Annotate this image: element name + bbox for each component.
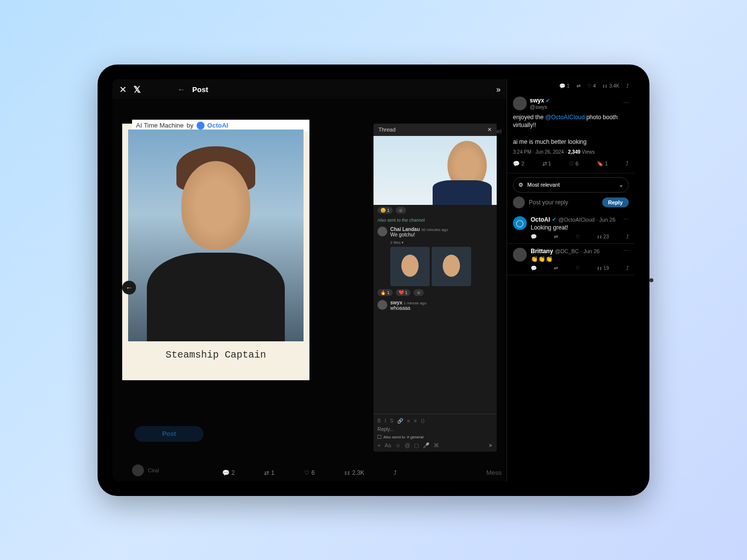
avatar	[132, 464, 144, 476]
file-thumb[interactable]	[432, 247, 471, 286]
also-send-checkbox[interactable]: Also send to # general	[377, 434, 493, 440]
ai-photo	[128, 130, 304, 341]
collapse-panel-icon[interactable]: »	[496, 85, 501, 94]
reply-action[interactable]: 💬2	[222, 469, 235, 476]
reply-input[interactable]: Reply...	[377, 425, 493, 434]
tweet-text: enjoyed the @OctoAICloud photo booth vir…	[513, 113, 629, 146]
close-icon[interactable]: ✕	[487, 127, 492, 133]
x-logo-icon[interactable]: 𝕏	[134, 84, 141, 95]
views-stat[interactable]: ⫾⫾ 3.4K	[603, 83, 619, 89]
avatar[interactable]	[377, 227, 387, 236]
reply-stat[interactable]: 💬 1	[559, 83, 570, 89]
close-icon[interactable]: ✕	[119, 84, 127, 95]
add-reaction-icon[interactable]: ☺	[413, 289, 424, 296]
thread-header: Thread ✕	[374, 124, 497, 136]
settings-icon: ⚙	[518, 182, 523, 188]
page-title: Post	[192, 85, 208, 94]
reply-icon[interactable]: 💬	[531, 234, 537, 239]
media-viewer: ← AI Time Machine by OctoAI Steamship Ca…	[122, 124, 497, 452]
more-icon[interactable]: ⋯	[623, 248, 629, 254]
file-thumb[interactable]	[390, 247, 430, 286]
format-icon[interactable]: Aa	[384, 442, 391, 449]
checkbox-icon[interactable]	[377, 435, 381, 439]
avatar[interactable]: ◯	[513, 216, 527, 230]
reply-input[interactable]: Post your reply	[529, 199, 598, 206]
heart-icon[interactable]: ♡	[576, 265, 580, 271]
message: Chai Landau 30 minutes ago We gotchu!	[374, 225, 497, 239]
prev-image-button[interactable]: ←	[122, 281, 136, 295]
strike-icon[interactable]: S	[390, 418, 393, 424]
retweet-stat[interactable]: ⇄	[577, 83, 580, 89]
avatar[interactable]	[513, 248, 527, 262]
reply-button[interactable]: Reply	[602, 198, 629, 207]
avatar[interactable]	[513, 97, 527, 110]
plus-icon[interactable]: +	[377, 442, 380, 449]
avatar[interactable]	[377, 300, 387, 310]
reactions-row: 🔥 1 ❤️ 1 ☺	[374, 287, 497, 298]
share-icon: ⤴	[394, 469, 397, 476]
bold-icon[interactable]: B	[377, 418, 381, 424]
add-reaction-icon[interactable]: ☺	[396, 207, 406, 214]
like-stat[interactable]: ♡ 4	[587, 83, 596, 89]
emoji-icon[interactable]: ☺	[395, 442, 401, 449]
reply-action[interactable]: 💬 2	[513, 161, 524, 167]
bookmark-action[interactable]: 🔖 1	[597, 161, 608, 167]
share-icon[interactable]: ⤴	[626, 234, 629, 239]
back-arrow-icon[interactable]: ←	[177, 85, 185, 94]
reaction[interactable]: 🔥 1	[377, 289, 393, 296]
more-icon[interactable]: ⋯	[623, 100, 629, 106]
retweet-icon[interactable]: ⇄	[554, 234, 558, 239]
send-icon[interactable]: ➤	[488, 442, 493, 449]
reactions-row: 😊 1 ☺	[374, 205, 497, 216]
more-icon[interactable]: ⋯	[623, 216, 629, 223]
retweet-action[interactable]: ⇄1	[264, 469, 274, 476]
reply-composer: B I S 🔗 ≡ ≡ ⟨⟩ Reply... Also send to # g…	[374, 414, 497, 452]
share-icon[interactable]: ⤴	[626, 161, 629, 167]
share-icon[interactable]: ⤴	[626, 83, 629, 89]
views-action[interactable]: ⫾⫾2.3K	[344, 469, 365, 476]
top-bar: ✕ 𝕏 ← Post	[112, 79, 507, 100]
code-icon[interactable]: ⟨⟩	[421, 418, 425, 424]
reply-item[interactable]: ◯ OctoAI ✔ @OctoAICloud · Jun 26 ⋯ Looki…	[507, 212, 635, 244]
reply-icon[interactable]: 💬	[531, 265, 537, 271]
reply-item[interactable]: Brittany @DC_BC · Jun 26 ⋯ 👏👏👏 💬 ⇄ ♡ ⫾⫾ …	[507, 244, 635, 275]
tweet-author[interactable]: swyx ✔ @swyx ⋯	[513, 97, 629, 110]
retweet-action[interactable]: ⇄ 1	[543, 161, 551, 167]
thread-image[interactable]	[374, 136, 497, 205]
message: swyx 1 minute ago whoaaaa	[374, 298, 497, 313]
sort-dropdown[interactable]: ⚙ Most relevant ⌄	[513, 177, 629, 193]
photo-caption: Steamship Captain	[128, 349, 304, 361]
tweet-actions: 💬2 ⇄1 ♡6 ⫾⫾2.3K ⤴	[222, 469, 397, 476]
heart-icon[interactable]: ♡	[576, 234, 580, 239]
link-icon[interactable]: 🔗	[397, 418, 403, 424]
share-icon[interactable]: ⤴	[626, 265, 629, 271]
list-icon[interactable]: ≡	[407, 418, 410, 424]
views-stat[interactable]: ⫾⫾ 19	[597, 265, 609, 271]
video-icon[interactable]: ▢	[414, 442, 419, 449]
verified-icon: ✔	[545, 98, 550, 103]
reply-icon: 💬	[222, 469, 230, 476]
mic-icon[interactable]: 🎤	[423, 442, 430, 449]
channel-note: Also sent to the channel	[374, 216, 497, 225]
polaroid-card[interactable]: AI Time Machine by OctoAI Steamship Capt…	[122, 124, 309, 380]
mention-icon[interactable]: @	[405, 442, 410, 449]
italic-icon[interactable]: I	[385, 418, 386, 424]
formatting-toolbar: B I S 🔗 ≡ ≡ ⟨⟩	[377, 417, 493, 425]
like-action[interactable]: ♡ 6	[569, 161, 578, 167]
like-action[interactable]: ♡6	[304, 469, 315, 476]
files-count[interactable]: 2 files ▾	[374, 239, 497, 246]
dimmed-messages: Mess	[486, 469, 502, 476]
dimmed-user: Ciral	[132, 464, 159, 476]
mention-link[interactable]: @OctoAICloud	[545, 114, 584, 121]
reaction[interactable]: 😊 1	[377, 207, 393, 214]
views-stat[interactable]: ⫾⫾ 23	[597, 234, 609, 239]
tablet-frame: ✕ 𝕏 ← Post ⌂ Home Brittany @DC_BC · Jun …	[98, 65, 649, 496]
shortcut-icon[interactable]: ⌘	[434, 442, 439, 449]
share-action[interactable]: ⤴	[394, 469, 397, 476]
left-panel: ✕ 𝕏 ← Post ⌂ Home Brittany @DC_BC · Jun …	[112, 79, 507, 481]
reply-composer: Post your reply Reply	[513, 197, 629, 208]
list-icon[interactable]: ≡	[414, 418, 417, 424]
retweet-icon: ⇄	[264, 469, 269, 476]
reaction[interactable]: ❤️ 1	[396, 289, 411, 296]
retweet-icon[interactable]: ⇄	[554, 265, 558, 271]
